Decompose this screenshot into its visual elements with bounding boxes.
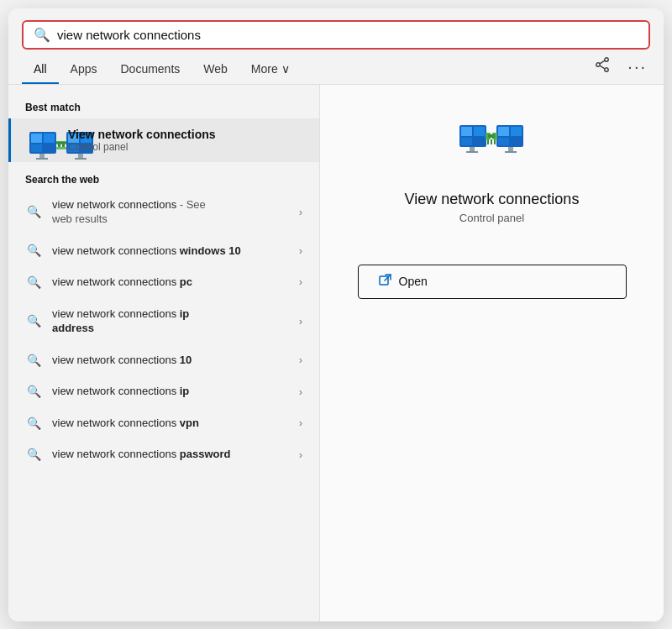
tab-web[interactable]: Web — [192, 55, 239, 84]
svg-point-2 — [596, 62, 600, 66]
svg-rect-10 — [39, 154, 45, 158]
svg-point-1 — [605, 67, 608, 71]
chevron-right-icon: › — [299, 417, 302, 429]
main-content: Best match — [8, 85, 664, 621]
svg-rect-25 — [461, 127, 472, 136]
right-panel-app-title: View network connections — [405, 191, 580, 208]
search-icon: 🔍 — [25, 417, 42, 430]
share-button[interactable] — [591, 55, 614, 79]
tabs-row: All Apps Documents Web More ∨ ··· — [8, 50, 664, 85]
tab-all[interactable]: All — [22, 55, 59, 84]
web-item-text: view network connections ip — [52, 384, 289, 399]
web-item-text: view network connections windows 10 — [52, 244, 289, 259]
best-match-subtitle: Control panel — [68, 141, 216, 153]
svg-rect-26 — [474, 127, 485, 136]
search-icon: 🔍 — [34, 27, 50, 43]
list-item[interactable]: 🔍 view network connections 10 › — [8, 344, 319, 376]
open-button-label: Open — [399, 275, 428, 288]
svg-rect-42 — [491, 139, 492, 144]
chevron-right-icon: › — [299, 244, 302, 257]
search-bar: 🔍 — [22, 20, 650, 50]
svg-point-0 — [605, 57, 608, 60]
svg-rect-32 — [498, 127, 509, 136]
more-icon: ··· — [627, 57, 647, 76]
search-panel: 🔍 All Apps Documents Web More ∨ — [8, 8, 664, 621]
svg-line-3 — [600, 60, 605, 64]
chevron-right-icon: › — [299, 206, 302, 218]
svg-rect-29 — [470, 147, 475, 151]
svg-rect-7 — [44, 134, 55, 143]
svg-rect-37 — [505, 151, 517, 153]
search-icon: 🔍 — [25, 385, 42, 398]
app-icon-area: View network connections Control panel — [405, 118, 580, 248]
web-item-text: view network connections 10 — [52, 353, 289, 368]
right-panel: View network connections Control panel O… — [319, 85, 664, 621]
chevron-right-icon: › — [299, 448, 302, 461]
svg-rect-43 — [494, 139, 496, 144]
best-match-title: View network connections — [68, 128, 216, 141]
list-item[interactable]: 🔍 view network connections windows 10 › — [8, 235, 319, 267]
chevron-right-icon: › — [299, 275, 302, 288]
svg-rect-11 — [36, 158, 48, 160]
svg-rect-36 — [508, 147, 513, 151]
left-panel: Best match — [8, 85, 319, 621]
search-icon: 🔍 — [25, 448, 42, 461]
search-icon: 🔍 — [25, 314, 42, 328]
best-match-text: View network connections Control panel — [68, 128, 216, 153]
svg-rect-9 — [44, 144, 55, 152]
web-item-text: view network connections vpn — [52, 416, 289, 431]
svg-rect-17 — [78, 154, 83, 158]
web-item-text: view network connections - Seeweb result… — [52, 197, 289, 227]
open-button[interactable]: Open — [358, 265, 627, 299]
svg-rect-6 — [31, 134, 42, 143]
right-panel-app-subtitle: Control panel — [459, 212, 524, 224]
list-item[interactable]: 🔍 view network connections password › — [8, 438, 319, 470]
svg-rect-33 — [511, 127, 522, 136]
search-icon: 🔍 — [25, 354, 42, 367]
tabs-left: All Apps Documents Web More ∨ — [22, 55, 302, 83]
best-match-app-icon — [28, 125, 58, 155]
search-icon: 🔍 — [25, 275, 42, 289]
search-icon: 🔍 — [25, 244, 42, 257]
chevron-right-icon: › — [299, 354, 302, 366]
web-item-text: view network connections password — [52, 447, 289, 462]
svg-rect-41 — [487, 139, 489, 144]
chevron-right-icon: › — [299, 315, 302, 328]
best-match-label: Best match — [8, 95, 319, 118]
svg-rect-22 — [56, 147, 66, 149]
tab-apps[interactable]: Apps — [59, 55, 109, 84]
svg-rect-8 — [31, 144, 42, 152]
svg-rect-40 — [488, 134, 495, 138]
search-input[interactable] — [57, 28, 638, 42]
search-bar-area: 🔍 — [8, 8, 664, 50]
web-item-text: view network connections pc — [52, 275, 289, 290]
list-item[interactable]: 🔍 view network connections vpn › — [8, 407, 319, 439]
svg-rect-27 — [461, 138, 472, 145]
search-icon: 🔍 — [25, 205, 42, 218]
svg-rect-18 — [75, 158, 87, 160]
more-options-button[interactable]: ··· — [624, 55, 650, 78]
list-item[interactable]: 🔍 view network connections ip › — [8, 375, 319, 407]
svg-rect-35 — [511, 138, 522, 145]
svg-line-4 — [600, 66, 605, 69]
list-item[interactable]: 🔍 view network connections - Seeweb resu… — [8, 189, 319, 235]
svg-rect-28 — [474, 138, 485, 145]
web-item-text: view network connections ipaddress — [52, 307, 289, 336]
svg-rect-30 — [466, 151, 478, 153]
best-match-item[interactable]: View network connections Control panel — [8, 118, 319, 162]
app-icon — [458, 118, 525, 179]
svg-rect-34 — [498, 138, 509, 145]
tab-more[interactable]: More ∨ — [239, 55, 302, 84]
tabs-right: ··· — [591, 55, 650, 84]
open-icon — [379, 274, 392, 290]
list-item[interactable]: 🔍 view network connections ipaddress › — [8, 298, 319, 344]
chevron-right-icon: › — [299, 385, 302, 398]
list-item[interactable]: 🔍 view network connections pc › — [8, 266, 319, 298]
tab-documents[interactable]: Documents — [108, 55, 192, 84]
